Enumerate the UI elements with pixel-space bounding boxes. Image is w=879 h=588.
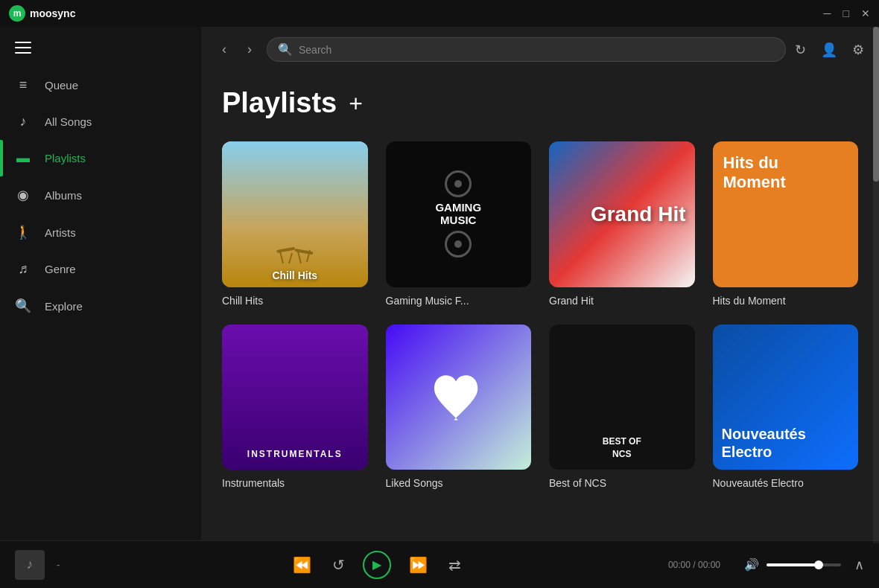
player-thumbnail: ♪ [15, 550, 45, 580]
grand-hit-bg: Grand Hit [549, 141, 695, 287]
sidebar-item-label: Explore [45, 300, 83, 313]
volume-icon[interactable]: 🔊 [744, 557, 759, 572]
playlist-card-grand-hit[interactable]: Grand Hit Grand Hit [549, 141, 695, 307]
hamburger-icon [15, 42, 31, 54]
svg-line-4 [298, 252, 301, 263]
title-bar: m moosync ─ □ ✕ [0, 0, 879, 27]
controller-circle-left [445, 170, 472, 197]
shuffle-button[interactable]: ⇄ [445, 553, 464, 577]
scroll-indicator[interactable] [873, 27, 879, 540]
sidebar-item-queue[interactable]: ≡ Queue [0, 67, 201, 103]
hits-bg: Hits duMoment [713, 141, 859, 287]
playlist-name: Hits du Moment [713, 295, 859, 307]
playlist-name: Grand Hit [549, 295, 695, 307]
forward-button[interactable]: › [241, 39, 258, 60]
top-bar-actions: ↻ 👤 ⚙ [795, 42, 864, 58]
add-playlist-button[interactable]: + [349, 92, 363, 115]
playlist-thumb-chill-hits: Chill Hits [222, 141, 368, 287]
chevron-up-icon[interactable]: ∧ [854, 557, 864, 573]
sidebar-menu-button[interactable] [0, 34, 201, 67]
sidebar-item-label: Albums [45, 189, 82, 202]
electro-bg: NouveautésElectro [713, 325, 859, 470]
svg-line-3 [289, 253, 292, 263]
section-title-text: Playlists [222, 87, 337, 119]
gaming-bg: GAMINGMUSIC [386, 141, 532, 287]
playlist-name: Instrumentals [222, 477, 368, 489]
playlist-card-chill-hits[interactable]: Chill Hits [222, 141, 368, 307]
player-track-label: - [57, 559, 86, 570]
explore-icon: 🔍 [15, 298, 31, 314]
playlist-name: Best of NCS [549, 477, 695, 489]
time-display: 00:00 / 00:00 [668, 560, 720, 570]
rewind-button[interactable]: ⏪ [290, 553, 314, 577]
playlist-name: Gaming Music F... [386, 295, 532, 307]
playlist-card-best-of-ncs[interactable]: BEST OFNCS Best of NCS [549, 325, 695, 490]
playlist-card-nouveautes-electro[interactable]: NouveautésElectro Nouveautés Electro [713, 325, 859, 490]
app-logo: m moosync [9, 5, 75, 22]
playlist-name: Nouveautés Electro [713, 477, 859, 489]
content-area: ‹ › 🔍 ↻ 👤 ⚙ Playlists + [201, 27, 879, 540]
user-icon[interactable]: 👤 [821, 42, 837, 58]
ncs-bg: BEST OFNCS [549, 325, 695, 470]
sidebar-item-artists[interactable]: 🚶 Artists [0, 214, 201, 251]
sidebar-item-albums[interactable]: ◉ Albums [0, 176, 201, 214]
grand-hit-label: Grand Hit [591, 202, 686, 226]
settings-icon[interactable]: ⚙ [852, 42, 864, 58]
close-button[interactable]: ✕ [861, 7, 870, 19]
title-bar-controls: ─ □ ✕ [824, 7, 870, 19]
queue-icon: ≡ [15, 77, 31, 93]
back-button[interactable]: ‹ [216, 39, 232, 60]
top-bar: ‹ › 🔍 ↻ 👤 ⚙ [201, 27, 879, 72]
search-icon: 🔍 [278, 42, 293, 57]
sidebar-item-playlists[interactable]: ▬ Playlists [0, 140, 201, 176]
chill-bg [222, 141, 368, 287]
search-input[interactable] [299, 44, 775, 56]
svg-line-2 [280, 252, 283, 263]
playlist-name: Liked Songs [386, 477, 532, 489]
hits-label: Hits duMoment [723, 153, 848, 193]
electro-label: NouveautésElectro [722, 425, 806, 461]
playlist-card-liked[interactable]: Liked Songs [386, 325, 532, 490]
sidebar-item-explore[interactable]: 🔍 Explore [0, 287, 201, 325]
sidebar-item-label: Artists [45, 226, 76, 239]
all-songs-icon: ♪ [15, 114, 31, 130]
repeat-button[interactable]: ↺ [329, 553, 348, 577]
svg-rect-1 [294, 249, 313, 255]
svg-rect-0 [276, 246, 295, 252]
playlist-card-gaming[interactable]: GAMINGMUSIC Gaming Music F... [386, 141, 532, 307]
liked-bg [386, 325, 532, 470]
genre-icon: ♬ [15, 261, 31, 277]
volume-knob [814, 560, 823, 569]
instrumentals-label: INSTRUMENTALS [247, 449, 343, 459]
search-bar[interactable]: 🔍 [267, 37, 786, 62]
artists-icon: 🚶 [15, 224, 31, 240]
sidebar-item-label: All Songs [45, 115, 92, 128]
albums-icon: ◉ [15, 187, 31, 203]
maximize-button[interactable]: □ [843, 7, 849, 19]
playlist-thumb-liked [386, 325, 532, 470]
cover-title-chill: Chill Hits [222, 269, 368, 281]
bottom-player: ♪ - ⏪ ↺ ▶ ⏩ ⇄ 00:00 / 00:00 🔊 ∧ [0, 540, 879, 588]
sidebar-item-all-songs[interactable]: ♪ All Songs [0, 103, 201, 140]
scroll-thumb [873, 27, 879, 182]
player-controls: ⏪ ↺ ▶ ⏩ ⇄ [290, 551, 464, 579]
playlist-thumb-best-of-ncs: BEST OFNCS [549, 325, 695, 470]
minimize-button[interactable]: ─ [824, 7, 831, 19]
playlists-grid: Chill Hits [222, 141, 858, 489]
playlist-thumb-gaming: GAMINGMUSIC [386, 141, 532, 287]
forward-button[interactable]: ⏩ [406, 553, 431, 577]
playlist-name: Chill Hits [222, 295, 368, 307]
play-button[interactable]: ▶ [363, 551, 391, 579]
refresh-icon[interactable]: ↻ [795, 42, 806, 58]
sidebar-item-genre[interactable]: ♬ Genre [0, 251, 201, 287]
title-bar-left: m moosync [9, 5, 75, 22]
volume-section: 🔊 ∧ [744, 557, 864, 573]
playlist-thumb-hits-du-moment: Hits duMoment [713, 141, 859, 287]
playlist-card-hits-du-moment[interactable]: Hits duMoment Hits du Moment [713, 141, 859, 307]
playlist-thumb-grand-hit: Grand Hit [549, 141, 695, 287]
playlists-icon: ▬ [15, 150, 31, 166]
volume-bar[interactable] [767, 563, 841, 566]
instrumentals-bg: INSTRUMENTALS [222, 325, 368, 470]
playlist-card-instrumentals[interactable]: INSTRUMENTALS Instrumentals [222, 325, 368, 490]
playlist-thumb-instrumentals: INSTRUMENTALS [222, 325, 368, 470]
